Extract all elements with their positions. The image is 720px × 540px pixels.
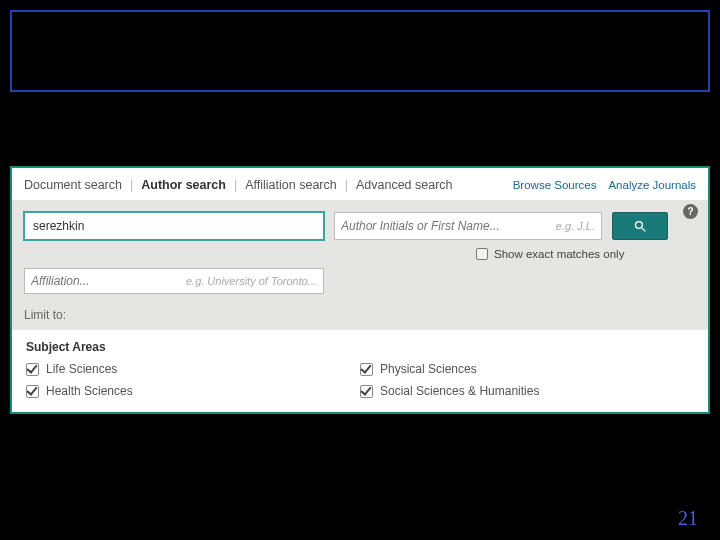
search-icon xyxy=(633,219,648,234)
search-button[interactable] xyxy=(612,212,668,240)
initials-hint: e.g. J.L. xyxy=(556,220,595,232)
tab-separator: | xyxy=(130,178,133,192)
tab-separator: | xyxy=(234,178,237,192)
checkbox-icon xyxy=(360,385,373,398)
affiliation-hint: e.g. University of Toronto... xyxy=(111,275,317,287)
checkbox-icon xyxy=(360,363,373,376)
affiliation-input[interactable] xyxy=(31,274,111,288)
exact-match-label: Show exact matches only xyxy=(494,248,624,260)
checkbox-physical-sciences[interactable]: Physical Sciences xyxy=(360,362,694,376)
subject-col-left: Life Sciences Health Sciences xyxy=(26,362,360,398)
link-analyze-journals[interactable]: Analyze Journals xyxy=(608,179,696,191)
checkbox-label: Life Sciences xyxy=(46,362,117,376)
checkbox-label: Social Sciences & Humanities xyxy=(380,384,539,398)
tab-advanced-search[interactable]: Advanced search xyxy=(356,178,453,192)
search-panel: Document search | Author search | Affili… xyxy=(10,166,710,414)
checkbox-life-sciences[interactable]: Life Sciences xyxy=(26,362,360,376)
tab-affiliation-search[interactable]: Affiliation search xyxy=(245,178,337,192)
affiliation-field[interactable]: e.g. University of Toronto... xyxy=(24,268,324,294)
exact-match-row: Show exact matches only xyxy=(24,248,696,260)
tab-separator: | xyxy=(345,178,348,192)
checkbox-label: Health Sciences xyxy=(46,384,133,398)
link-browse-sources[interactable]: Browse Sources xyxy=(513,179,597,191)
limit-to-label: Limit to: xyxy=(24,308,696,322)
subject-col-right: Physical Sciences Social Sciences & Huma… xyxy=(360,362,694,398)
subject-areas-section: Subject Areas Life Sciences Health Scien… xyxy=(12,330,708,412)
name-row: e.g. J.L. xyxy=(24,212,696,240)
page-number: 21 xyxy=(678,507,698,530)
exact-match-checkbox[interactable] xyxy=(476,248,488,260)
checkbox-health-sciences[interactable]: Health Sciences xyxy=(26,384,360,398)
tab-document-search[interactable]: Document search xyxy=(24,178,122,192)
tab-author-search[interactable]: Author search xyxy=(141,178,226,192)
title-box xyxy=(10,10,710,92)
checkbox-icon xyxy=(26,385,39,398)
search-tabs-row: Document search | Author search | Affili… xyxy=(12,168,708,200)
help-icon[interactable]: ? xyxy=(683,204,698,219)
author-initials-input[interactable] xyxy=(341,219,556,233)
subject-areas-title: Subject Areas xyxy=(26,340,694,354)
checkbox-social-sciences[interactable]: Social Sciences & Humanities xyxy=(360,384,694,398)
author-lastname-input[interactable] xyxy=(24,212,324,240)
checkbox-label: Physical Sciences xyxy=(380,362,477,376)
subject-areas-grid: Life Sciences Health Sciences Physical S… xyxy=(26,362,694,398)
search-form-area: ? e.g. J.L. Show exact matches only e.g.… xyxy=(12,200,708,330)
checkbox-icon xyxy=(26,363,39,376)
author-initials-field[interactable]: e.g. J.L. xyxy=(334,212,602,240)
